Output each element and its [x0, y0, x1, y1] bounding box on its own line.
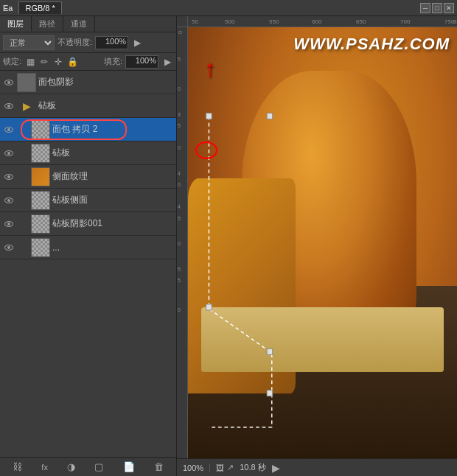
play-button[interactable]: ▶	[272, 462, 280, 474]
tab-bar: RGB/8 *	[18, 1, 414, 14]
layer-thumbnail	[31, 238, 50, 257]
ruler-num: 500	[225, 18, 234, 25]
layer-visibility-toggle[interactable]	[3, 147, 15, 159]
layer-visibility-toggle[interactable]	[3, 171, 15, 183]
group-icon[interactable]: ▢	[94, 461, 103, 472]
layer-visibility-toggle[interactable]	[3, 77, 15, 88]
opacity-value[interactable]: 100%	[95, 36, 128, 49]
layer-name: 砧板侧面	[52, 194, 173, 206]
blend-toolbar: 正常 不透明度: 100% ▶	[0, 32, 176, 53]
ruler-num-v: 0	[178, 182, 181, 187]
layer-visibility-toggle[interactable]	[3, 195, 15, 206]
layer-thumbnail	[31, 191, 50, 210]
opacity-label: 不透明度:	[57, 37, 92, 48]
fx-icon[interactable]: fx	[41, 463, 48, 472]
adjustment-icon[interactable]: ◑	[67, 461, 75, 472]
eye-icon	[4, 127, 13, 133]
ruler-num-v: 4	[178, 204, 181, 209]
link-icon[interactable]: ⛓	[13, 461, 22, 472]
eye-icon	[4, 150, 13, 156]
eye-icon	[4, 245, 13, 251]
layer-name: 面包阴影	[38, 76, 173, 88]
zoom-level: 100%	[183, 463, 210, 472]
layer-item[interactable]: 面包阴影	[0, 71, 176, 94]
panel-bottom-toolbar: ⛓ fx ◑ ▢ 📄 🗑	[0, 457, 176, 476]
minimize-button[interactable]: ─	[420, 3, 430, 13]
lock-toolbar: 锁定: ▦ ✏ ✛ 🔒 填充: 100% ▶	[0, 53, 176, 71]
status-icons: 🖼 ↗	[216, 463, 234, 472]
eye-icon	[4, 80, 13, 85]
layer-item[interactable]: 砧板阴影001	[0, 212, 176, 236]
layer-name: 面包 拷贝 2	[52, 123, 173, 136]
ruler-num-v: 0	[178, 307, 181, 312]
lock-pixels-icon[interactable]: ✏	[38, 56, 50, 68]
layer-thumbnail	[31, 214, 50, 234]
lock-all-icon[interactable]: 🔒	[66, 56, 78, 68]
watermark: WWW.PSAHZ.COM	[293, 35, 450, 54]
blend-mode-select[interactable]: 正常	[3, 35, 55, 50]
transform-handle-tl	[206, 113, 212, 119]
red-circle-highlight	[195, 141, 217, 159]
bread-background: WWW.PSAHZ.COM ↑	[188, 27, 457, 458]
top-bar: Ea RGB/8 * ─ □ ✕	[0, 0, 457, 16]
layer-item[interactable]: 侧面纹理	[0, 165, 176, 189]
lock-transparent-icon[interactable]: ▦	[24, 56, 36, 68]
fill-arrow-icon[interactable]: ▶	[161, 56, 173, 68]
layer-item[interactable]: 砧板	[0, 141, 176, 165]
panel-tab-bar: 图层 路径 通道	[0, 16, 176, 32]
layer-thumbnail: ▶	[17, 97, 36, 116]
active-tab[interactable]: RGB/8 *	[18, 1, 61, 14]
layer-item[interactable]: 砧板侧面	[0, 189, 176, 212]
ruler-num-v: 0	[178, 86, 181, 91]
layer-name: 砧板	[38, 99, 173, 112]
ruler-num: 80	[453, 18, 457, 25]
arrow-icon[interactable]: ▶	[131, 37, 143, 49]
fill-value[interactable]: 100%	[125, 55, 158, 69]
ruler-horizontal: 50 500 550 600 650 700 750 80	[188, 16, 457, 27]
layer-visibility-toggle[interactable]	[3, 124, 15, 136]
layer-name: 侧面纹理	[52, 170, 173, 183]
layer-visibility-toggle[interactable]	[3, 218, 15, 230]
new-layer-icon[interactable]: 📄	[123, 461, 135, 472]
ruler-num-v: 0	[178, 31, 183, 34]
ruler-num: 550	[269, 18, 279, 25]
tab-channels[interactable]: 通道	[63, 16, 95, 32]
lock-label: 锁定:	[3, 56, 21, 67]
canvas-area: 50 500 550 600 650 700 750 80 0 5 0 3 5 …	[177, 16, 457, 476]
layer-visibility-toggle[interactable]	[3, 242, 15, 253]
close-button[interactable]: ✕	[444, 3, 454, 13]
layer-thumbnail	[17, 73, 36, 92]
ruler-num: 650	[356, 18, 366, 25]
layers-panel: 图层 路径 通道 正常 不透明度: 100% ▶ 锁定: ▦ ✏ ✛ 🔒 填充:…	[0, 16, 177, 476]
layer-item[interactable]: ▶ 砧板	[0, 94, 176, 118]
eye-icon	[4, 103, 13, 109]
ruler-num-v: 5	[178, 216, 181, 221]
ruler-num: 50	[192, 18, 198, 25]
layer-item[interactable]: 面包 拷贝 2	[0, 118, 176, 141]
folder-icon: ▶	[23, 100, 31, 112]
status-icon-2[interactable]: ↗	[227, 463, 234, 472]
layer-visibility-toggle[interactable]	[3, 100, 15, 112]
window-controls: ─ □ ✕	[420, 3, 454, 13]
layer-list: 面包阴影 ▶ 砧板 面包 拷贝 2	[0, 71, 176, 457]
layer-item[interactable]: ...	[0, 236, 176, 259]
maximize-button[interactable]: □	[432, 3, 442, 13]
lock-position-icon[interactable]: ✛	[52, 56, 64, 68]
layer-name: 砧板阴影001	[52, 217, 173, 230]
lock-icons: ▦ ✏ ✛ 🔒	[24, 56, 78, 68]
tab-paths[interactable]: 路径	[32, 16, 63, 32]
ruler-num: 700	[400, 18, 410, 25]
ruler-num: 600	[312, 18, 321, 25]
status-icon-1[interactable]: 🖼	[216, 463, 224, 472]
app-logo: Ea	[3, 4, 13, 13]
layer-name: 砧板	[52, 147, 173, 159]
ruler-num-v: 4	[178, 171, 181, 176]
ruler-num-v: 5	[178, 57, 181, 62]
delete-layer-icon[interactable]: 🗑	[154, 461, 164, 472]
ruler-num-v: 5	[178, 123, 181, 128]
red-up-arrow: ↑	[204, 57, 216, 80]
ruler-num-v: 5	[178, 267, 181, 272]
main-layout: 图层 路径 通道 正常 不透明度: 100% ▶ 锁定: ▦ ✏ ✛ 🔒 填充:…	[0, 16, 457, 476]
ruler-ticks-h: 50 500 550 600 650 700 750 80	[188, 16, 457, 27]
tab-layers[interactable]: 图层	[0, 16, 32, 32]
